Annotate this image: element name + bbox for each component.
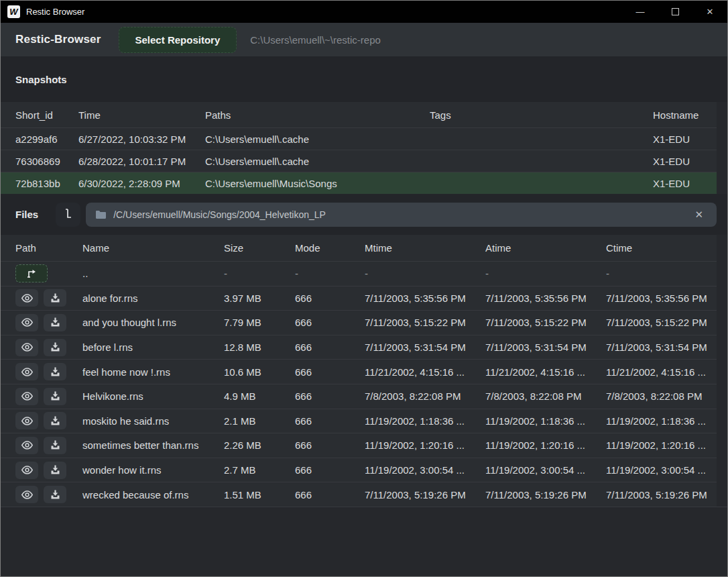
eye-icon [21, 441, 34, 450]
snapshot-time: 6/28/2022, 10:01:17 PM [78, 156, 205, 167]
file-mtime: 11/19/2002, 3:00:54 ... [365, 464, 485, 476]
view-file-button[interactable] [15, 437, 38, 454]
file-mtime: 7/11/2003, 5:31:54 PM [365, 342, 485, 353]
eye-icon [21, 368, 34, 376]
breadcrumb[interactable]: /C/Users/emuell/Music/Songs/2004_Helveti… [86, 203, 717, 227]
maximize-button[interactable] [658, 1, 692, 23]
breadcrumb-path: /C/Users/emuell/Music/Songs/2004_Helveti… [113, 209, 690, 220]
file-name[interactable]: wrecked because of.rns [82, 489, 224, 501]
snapshot-hostname: X1-EDU [653, 178, 717, 189]
view-file-button[interactable] [15, 412, 38, 429]
view-file-button[interactable] [15, 339, 38, 356]
download-file-button[interactable] [44, 462, 66, 479]
empty-area [1, 507, 727, 576]
view-file-button[interactable] [15, 289, 38, 307]
file-mtime: 11/21/2002, 4:15:16 ... [365, 366, 485, 378]
file-name[interactable]: feel home now !.rns [82, 366, 224, 378]
file-mtime: 7/11/2003, 5:19:26 PM [365, 489, 485, 501]
snapshot-hostname: X1-EDU [653, 156, 717, 167]
file-name[interactable]: moskito he said.rns [82, 415, 224, 427]
download-file-button[interactable] [44, 314, 66, 331]
file-mode: 666 [295, 464, 365, 476]
file-atime: 7/11/2003, 5:35:56 PM [485, 293, 606, 304]
download-icon [50, 342, 60, 352]
view-file-button[interactable] [15, 486, 38, 503]
download-file-button[interactable] [44, 437, 66, 454]
app-title: Restic-Browser [15, 33, 101, 46]
col-tags[interactable]: Tags [430, 109, 653, 121]
go-to-parent-button[interactable] [15, 264, 48, 282]
app-window: W Restic Browser — ✕ Restic-Browser Sele… [0, 0, 728, 577]
col-mtime[interactable]: Mtime [365, 242, 485, 254]
col-time[interactable]: Time [78, 109, 205, 121]
file-atime: 7/8/2003, 8:22:08 PM [485, 390, 606, 402]
file-mtime: 7/8/2003, 8:22:08 PM [365, 390, 485, 402]
file-atime: 11/21/2002, 4:15:16 ... [485, 366, 606, 378]
file-name[interactable]: wonder how it.rns [82, 464, 224, 476]
snapshot-short-id: a2299af6 [15, 134, 78, 145]
file-name[interactable]: Helvikone.rns [82, 390, 224, 402]
file-atime: 7/11/2003, 5:31:54 PM [485, 342, 606, 353]
window-title: Restic Browser [26, 7, 84, 17]
snapshot-row[interactable]: 76306869 6/28/2022, 10:01:17 PM C:\Users… [1, 150, 717, 172]
download-icon [50, 391, 60, 401]
file-ctime: 11/21/2002, 4:15:16 ... [606, 366, 717, 378]
file-size: 1.51 MB [224, 489, 295, 501]
col-name[interactable]: Name [82, 242, 224, 254]
file-size: 12.8 MB [224, 342, 295, 353]
snapshot-paths: C:\Users\emuell\.cache [205, 156, 430, 167]
parent-dir-mode: - [295, 268, 365, 279]
file-name[interactable]: alone for.rns [82, 293, 224, 304]
col-ctime[interactable]: Ctime [606, 242, 717, 254]
col-paths[interactable]: Paths [205, 109, 430, 121]
col-mode[interactable]: Mode [295, 242, 365, 254]
file-ctime: 7/11/2003, 5:19:26 PM [606, 489, 717, 501]
file-name[interactable]: sometimes better than.rns [82, 439, 224, 451]
file-name[interactable]: and you thought l.rns [82, 317, 224, 328]
file-atime: 11/19/2002, 3:00:54 ... [485, 464, 606, 476]
file-mtime: 11/19/2002, 1:18:36 ... [365, 415, 485, 427]
minimize-button[interactable]: — [623, 1, 658, 23]
download-file-button[interactable] [44, 412, 66, 429]
close-button[interactable]: ✕ [692, 1, 727, 23]
breadcrumb-close-button[interactable]: ✕ [690, 207, 707, 222]
snapshot-row[interactable]: a2299af6 6/27/2022, 10:03:32 PM C:\Users… [1, 127, 717, 150]
select-repository-button[interactable]: Select Repository [119, 27, 237, 53]
download-file-button[interactable] [44, 339, 66, 356]
file-size: 4.9 MB [224, 390, 295, 402]
snapshot-paths: C:\Users\emuell\.cache [205, 134, 430, 145]
snapshots-section-bar: Snapshots [1, 56, 727, 102]
root-path-button[interactable] [56, 203, 80, 227]
minimize-icon: — [636, 7, 645, 17]
file-mode: 666 [295, 390, 365, 402]
view-file-button[interactable] [15, 388, 38, 405]
file-name[interactable]: before l.rns [82, 342, 224, 353]
download-file-button[interactable] [44, 289, 66, 307]
col-size[interactable]: Size [224, 242, 295, 254]
col-atime[interactable]: Atime [485, 242, 606, 254]
download-file-button[interactable] [44, 363, 66, 380]
file-size: 2.26 MB [224, 439, 295, 451]
eye-icon [21, 490, 34, 499]
col-hostname[interactable]: Hostname [653, 109, 717, 121]
parent-dir-name[interactable]: .. [82, 268, 224, 279]
download-file-button[interactable] [44, 388, 66, 405]
file-ctime: 7/11/2003, 5:31:54 PM [606, 342, 717, 353]
snapshot-time: 6/30/2022, 2:28:09 PM [78, 178, 205, 189]
col-path[interactable]: Path [15, 242, 82, 254]
eye-icon [21, 466, 34, 474]
file-ctime: 11/19/2002, 1:18:36 ... [606, 415, 717, 427]
snapshot-row[interactable]: 72b813bb 6/30/2022, 2:28:09 PM C:\Users\… [1, 172, 717, 194]
file-mode: 666 [295, 342, 365, 353]
file-mtime: 11/19/2002, 1:20:16 ... [365, 439, 485, 451]
folder-icon [95, 210, 107, 219]
files-rows: alone for.rns 3.97 MB 666 7/11/2003, 5:3… [1, 286, 717, 507]
parent-dir-size: - [224, 268, 295, 279]
view-file-button[interactable] [15, 363, 38, 380]
file-size: 2.7 MB [224, 464, 295, 476]
maximize-icon [672, 8, 679, 15]
view-file-button[interactable] [15, 314, 38, 331]
download-file-button[interactable] [44, 486, 66, 503]
view-file-button[interactable] [15, 462, 38, 479]
col-short-id[interactable]: Short_id [15, 109, 78, 121]
